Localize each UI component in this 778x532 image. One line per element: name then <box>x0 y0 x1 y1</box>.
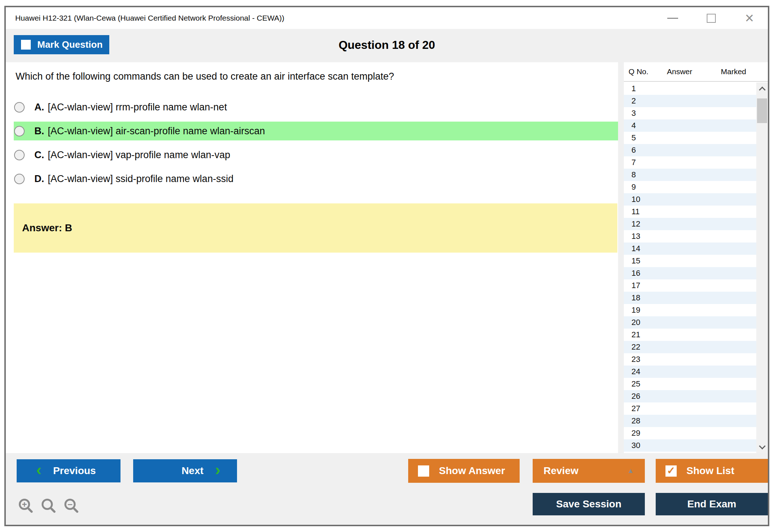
maximize-icon <box>707 14 716 23</box>
show-list-checkbox-checked[interactable]: ✓ <box>665 465 677 477</box>
zoom-out-icon[interactable]: − <box>64 499 76 510</box>
question-list-cell-num: 14 <box>624 244 660 253</box>
radio-button-a[interactable] <box>14 102 25 113</box>
question-list-row[interactable]: 20 <box>624 316 756 329</box>
scrollbar-down-button[interactable] <box>756 441 768 453</box>
save-session-button[interactable]: Save Session <box>533 493 645 515</box>
previous-button[interactable]: ‹ Previous <box>17 459 120 482</box>
scrollbar-up-button[interactable] <box>756 83 768 95</box>
question-list-row[interactable]: 5 <box>624 132 756 144</box>
maximize-button[interactable] <box>705 12 717 24</box>
question-list-cell-num: 21 <box>624 330 660 339</box>
question-list-row[interactable]: 6 <box>624 144 756 156</box>
question-list-cell-num: 24 <box>624 367 660 376</box>
question-list-row[interactable]: 10 <box>624 193 756 206</box>
end-exam-button[interactable]: End Exam <box>656 493 768 515</box>
question-list-row[interactable]: 14 <box>624 242 756 255</box>
question-list-row[interactable]: 11 <box>624 206 756 218</box>
question-list-row[interactable]: 1 <box>624 83 756 95</box>
question-list-row[interactable]: 19 <box>624 304 756 316</box>
question-list-row[interactable]: 3 <box>624 107 756 119</box>
question-list-cell-num: 15 <box>624 256 660 266</box>
question-list-row[interactable]: 15 <box>624 255 756 267</box>
question-counter: Question 18 of 20 <box>6 38 768 52</box>
minimize-icon <box>667 18 678 19</box>
question-list-row[interactable]: 17 <box>624 279 756 292</box>
question-list-cell-num: 8 <box>624 170 660 180</box>
option-d[interactable]: D. [AC-wlan-view] ssid-profile name wlan… <box>14 169 618 188</box>
question-list-cell-num: 5 <box>624 133 660 143</box>
option-letter: A. <box>34 102 44 113</box>
question-list-row[interactable]: 9 <box>624 181 756 193</box>
option-text: [AC-wlan-view] ssid-profile name wlan-ss… <box>48 173 233 185</box>
question-list-row[interactable]: 22 <box>624 341 756 353</box>
radio-button-b[interactable] <box>14 126 25 136</box>
question-list-row[interactable]: 29 <box>624 427 756 439</box>
scrollbar-thumb[interactable] <box>757 98 767 123</box>
question-list-row[interactable]: 27 <box>624 402 756 415</box>
question-list-cell-num: 28 <box>624 416 660 426</box>
question-list-cell-num: 29 <box>624 428 660 438</box>
close-icon: × <box>745 13 754 24</box>
question-list-cell-num: 27 <box>624 404 660 413</box>
question-list-row[interactable]: 4 <box>624 119 756 132</box>
question-list-row[interactable]: 24 <box>624 366 756 378</box>
save-session-label: Save Session <box>556 498 622 510</box>
magnifier-icon[interactable] <box>42 499 53 510</box>
close-button[interactable]: × <box>743 12 756 24</box>
question-list-cell-num: 23 <box>624 355 660 364</box>
review-label: Review <box>544 465 579 477</box>
previous-label: Previous <box>53 465 96 477</box>
question-list-row[interactable]: 30 <box>624 439 756 452</box>
question-list-row[interactable]: 12 <box>624 218 756 230</box>
option-letter: D. <box>34 173 44 185</box>
scrollbar[interactable] <box>756 83 768 453</box>
question-list-cell-num: 13 <box>624 232 660 241</box>
end-exam-label: End Exam <box>687 498 736 510</box>
question-list-row[interactable]: 18 <box>624 292 756 304</box>
question-text: Which of the following commands can be u… <box>16 71 394 82</box>
question-list-cell-num: 4 <box>624 121 660 130</box>
question-list-cell-num: 11 <box>624 207 660 216</box>
review-button[interactable]: Review ▲ <box>533 459 645 483</box>
question-list-header: Q No. Answer Marked <box>624 62 768 82</box>
footer-bar: ‹ Previous Next › Show Answer Review ▲ ✓… <box>6 453 768 525</box>
chevron-left-icon: ‹ <box>36 470 42 472</box>
question-list-cell-num: 12 <box>624 219 660 229</box>
question-list-row[interactable]: 13 <box>624 230 756 242</box>
option-a[interactable]: A. [AC-wlan-view] rrm-profile name wlan-… <box>14 98 618 117</box>
question-list-row[interactable]: 26 <box>624 390 756 402</box>
question-list-cell-num: 1 <box>624 84 660 93</box>
question-list-cell-num: 7 <box>624 158 660 167</box>
question-list-row[interactable]: 8 <box>624 169 756 181</box>
question-list-row[interactable]: 25 <box>624 378 756 390</box>
radio-button-d[interactable] <box>14 174 25 184</box>
option-text: [AC-wlan-view] rrm-profile name wlan-net <box>48 102 227 113</box>
question-list-panel: Q No. Answer Marked 12345678910111213141… <box>624 62 768 453</box>
next-button[interactable]: Next › <box>133 459 237 482</box>
question-list-cell-num: 19 <box>624 305 660 315</box>
question-list-cell-num: 9 <box>624 182 660 192</box>
question-list-cell-num: 2 <box>624 96 660 106</box>
question-list-cell-num: 22 <box>624 342 660 352</box>
chevron-up-icon <box>759 86 765 93</box>
question-list-cell-num: 30 <box>624 441 660 450</box>
zoom-in-icon[interactable]: + <box>19 499 30 510</box>
question-list-row[interactable]: 7 <box>624 156 756 169</box>
radio-button-c[interactable] <box>14 150 25 160</box>
option-b-highlighted[interactable]: B. [AC-wlan-view] air-scan-profile name … <box>14 122 618 140</box>
question-list-row[interactable]: 28 <box>624 415 756 427</box>
checkmark-icon: ✓ <box>667 466 675 476</box>
show-list-button[interactable]: ✓ Show List <box>656 459 768 483</box>
question-list-cell-num: 6 <box>624 145 660 155</box>
option-c[interactable]: C. [AC-wlan-view] vap-profile name wlan-… <box>14 145 618 164</box>
question-list-row[interactable]: 16 <box>624 267 756 279</box>
question-list-row[interactable]: 23 <box>624 353 756 366</box>
show-answer-button[interactable]: Show Answer <box>408 459 520 483</box>
show-answer-checkbox[interactable] <box>418 465 429 477</box>
question-list-row[interactable]: 21 <box>624 329 756 341</box>
question-list-cell-num: 18 <box>624 293 660 303</box>
column-header-qno: Q No. <box>629 67 648 76</box>
question-list-row[interactable]: 2 <box>624 95 756 107</box>
minimize-button[interactable] <box>667 12 679 24</box>
